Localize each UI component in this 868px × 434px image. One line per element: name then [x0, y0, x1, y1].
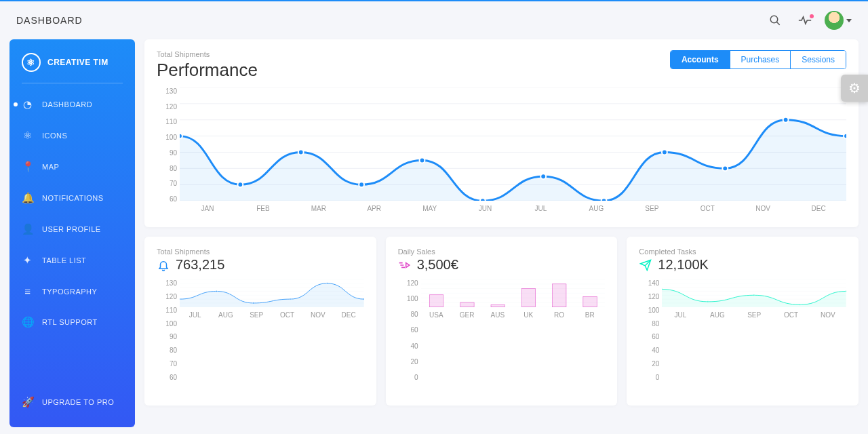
svg-point-17 [601, 198, 607, 201]
pin-icon: 📍 [22, 161, 34, 173]
svg-point-18 [662, 150, 667, 155]
performance-card: Total Shipments Performance Accounts Pur… [144, 39, 859, 227]
sidebar-item-label: DASHBOARD [42, 100, 92, 108]
sidebar-item-table-list[interactable]: ✦ TABLE LIST [9, 245, 135, 276]
performance-chart: 13012011010090807060 JANFEBMARAPRMAYJUNJ… [157, 87, 846, 216]
svg-point-59 [753, 294, 755, 296]
sidebar-item-label: RTL SUPPORT [42, 318, 98, 326]
sidebar-item-rtl-support[interactable]: 🌐 RTL SUPPORT [9, 307, 135, 338]
sidebar-item-icons[interactable]: ⚛ ICONS [9, 120, 135, 151]
sidebar-item-dashboard[interactable]: ◔ DASHBOARD [9, 89, 135, 120]
svg-point-60 [800, 304, 801, 305]
page-title: DASHBOARD [16, 15, 83, 26]
gear-icon: ⚙ [848, 80, 861, 96]
svg-point-19 [722, 165, 728, 171]
svg-point-20 [783, 117, 789, 123]
svg-rect-46 [521, 289, 535, 307]
sidebar-item-label: USER PROFILE [42, 225, 101, 233]
tasks-chart: 140120100806040200 JULAUGSEPOCTNOV [639, 279, 846, 395]
user-menu-caret-icon[interactable] [846, 19, 852, 22]
avatar[interactable] [825, 11, 844, 30]
svg-point-13 [359, 182, 364, 187]
svg-rect-43 [429, 295, 443, 307]
send-icon [639, 258, 652, 272]
bell-icon: 🔔 [22, 192, 34, 204]
svg-rect-47 [552, 284, 566, 307]
tasks-subtitle: Completed Tasks [639, 248, 846, 256]
sidebar-item-map[interactable]: 📍 MAP [9, 151, 135, 182]
shipments-chart: 13012011010090807060 JULAUGSEPOCTNOVDEC [157, 279, 364, 395]
sidebar-item-notifications[interactable]: 🔔 NOTIFICATIONS [9, 182, 135, 214]
sidebar-item-label: NOTIFICATIONS [42, 194, 104, 202]
sidebar-item-label: TYPOGRAPHY [42, 288, 97, 296]
svg-point-10 [180, 134, 182, 139]
svg-point-32 [253, 302, 254, 304]
align-icon: ≡ [22, 285, 34, 297]
brand-icon: ⚛ [22, 53, 41, 72]
sidebar: ⚛ CREATIVE TIM ◔ DASHBOARD ⚛ ICONS 📍 MAP… [9, 39, 135, 427]
svg-point-30 [180, 298, 180, 300]
bell-icon [157, 258, 170, 272]
tasks-value: 12,100K [658, 257, 709, 273]
svg-rect-48 [583, 296, 597, 307]
sidebar-item-label: UPGRADE TO PRO [42, 398, 114, 406]
notification-dot [810, 14, 814, 18]
sidebar-item-label: MAP [42, 163, 59, 171]
search-icon[interactable] [765, 14, 785, 26]
shipments-card: Total Shipments 763,215 1301201101009080… [144, 237, 376, 406]
puzzle-icon: ✦ [22, 254, 34, 267]
svg-point-31 [216, 290, 217, 292]
sidebar-item-user-profile[interactable]: 👤 USER PROFILE [9, 214, 135, 245]
sidebar-item-label: TABLE LIST [42, 256, 86, 264]
delivery-icon [398, 258, 412, 272]
sidebar-item-label: ICONS [42, 132, 67, 140]
tab-sessions[interactable]: Sessions [790, 51, 846, 68]
svg-point-16 [540, 174, 546, 179]
svg-line-1 [776, 22, 780, 25]
svg-point-21 [844, 134, 846, 139]
performance-tabs: Accounts Purchases Sessions [670, 50, 846, 69]
svg-point-34 [326, 283, 328, 284]
tasks-card: Completed Tasks 12,100K 1401201008060402… [627, 237, 859, 406]
brand[interactable]: ⚛ CREATIVE TIM [9, 49, 135, 83]
sales-subtitle: Daily Sales [398, 248, 606, 256]
performance-subtitle: Total Shipments [157, 50, 258, 58]
svg-point-12 [298, 150, 304, 155]
sales-chart: 120100806040200 USAGERAUSUKROBR [398, 279, 606, 395]
shipments-subtitle: Total Shipments [157, 248, 364, 256]
svg-point-0 [770, 16, 778, 23]
sidebar-item-upgrade[interactable]: 🚀 UPGRADE TO PRO [9, 387, 135, 418]
svg-rect-45 [491, 304, 505, 307]
svg-point-33 [290, 298, 291, 300]
sales-card: Daily Sales 3,500€ 120100806040200 USAGE… [386, 237, 618, 406]
sidebar-item-typography[interactable]: ≡ TYPOGRAPHY [9, 276, 135, 307]
tab-purchases[interactable]: Purchases [730, 51, 791, 68]
atom-icon: ⚛ [22, 130, 34, 142]
svg-point-35 [363, 298, 364, 300]
tab-accounts[interactable]: Accounts [671, 51, 730, 68]
sales-value: 3,500€ [417, 257, 458, 273]
shipments-value: 763,215 [176, 257, 224, 273]
brand-label: CREATIVE TIM [47, 58, 108, 67]
performance-title: Performance [157, 60, 258, 81]
svg-point-61 [846, 290, 846, 292]
user-icon: 👤 [22, 223, 34, 235]
activity-icon[interactable] [795, 16, 815, 25]
topbar: DASHBOARD [0, 1, 868, 39]
svg-point-14 [420, 157, 425, 163]
settings-fab[interactable]: ⚙ [841, 75, 868, 102]
rocket-icon: 🚀 [22, 396, 34, 408]
main-content: Total Shipments Performance Accounts Pur… [144, 39, 859, 427]
chart-pie-icon: ◔ [22, 98, 34, 111]
svg-point-57 [662, 288, 663, 290]
svg-rect-44 [460, 302, 473, 307]
svg-point-15 [480, 198, 486, 201]
svg-point-11 [237, 182, 243, 187]
svg-point-58 [707, 301, 709, 302]
globe-icon: 🌐 [22, 316, 34, 328]
